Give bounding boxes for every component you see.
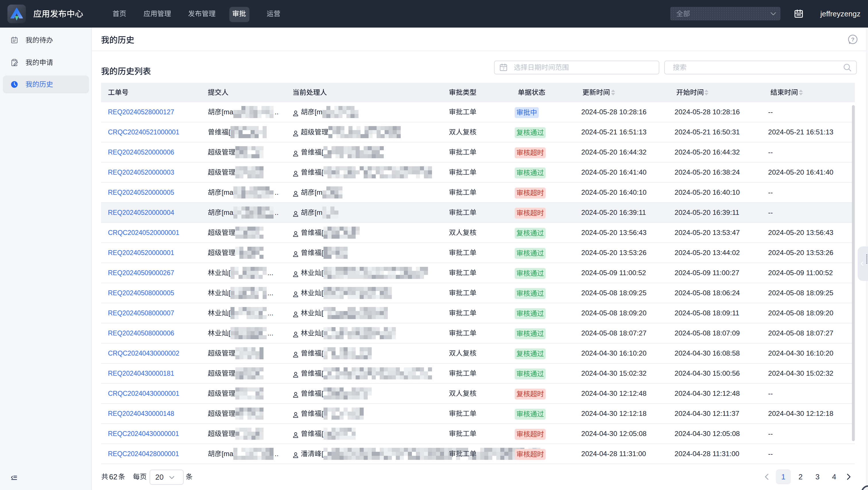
svg-text:7: 7 <box>503 67 505 71</box>
svg-text:?: ? <box>851 36 855 42</box>
